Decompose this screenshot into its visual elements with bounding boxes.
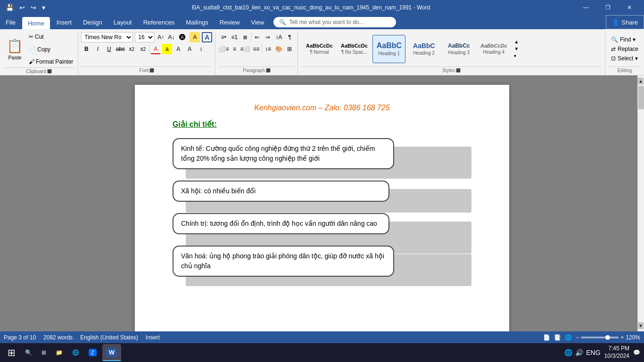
- save-icon[interactable]: 💾: [4, 4, 16, 11]
- language-icon[interactable]: ENG: [586, 349, 600, 356]
- zoom-slider[interactable]: [581, 337, 619, 338]
- styles-scroll-up[interactable]: ▲: [513, 38, 520, 45]
- format-painter-button[interactable]: 🖌 Format Painter: [27, 58, 75, 66]
- bullet-list-button[interactable]: ≡•: [218, 32, 229, 42]
- underline-button[interactable]: U: [104, 44, 114, 54]
- decrease-indent-button[interactable]: ⇐: [252, 32, 262, 42]
- border-button[interactable]: ⊞: [284, 44, 295, 54]
- shading-button[interactable]: 🎨: [273, 44, 284, 54]
- zoom-out-button[interactable]: −: [576, 334, 579, 341]
- cut-button[interactable]: ✂ Cut: [27, 33, 75, 41]
- strikethrough-button[interactable]: abc: [115, 44, 125, 54]
- scroll-up-arrow[interactable]: ▲: [638, 78, 644, 84]
- subscript-button[interactable]: x2: [126, 44, 137, 54]
- numbered-list-button[interactable]: ≡1: [229, 32, 239, 42]
- paste-button[interactable]: 📋 Paste: [3, 32, 27, 66]
- zoom-control[interactable]: − + 120%: [576, 334, 640, 341]
- menu-home[interactable]: Home: [22, 17, 50, 29]
- multilevel-list-button[interactable]: ≣: [240, 32, 250, 42]
- sort-button[interactable]: ↕A: [273, 32, 284, 42]
- menu-view[interactable]: View: [245, 15, 270, 29]
- share-button[interactable]: 👤Share: [606, 15, 644, 29]
- change-case-button[interactable]: ↕: [196, 44, 206, 54]
- style-heading4[interactable]: AaBbCcDc Heading 4: [477, 35, 510, 63]
- taskbar: ⊞ 🔍 ⊞ 📁 🌐 Z W 🌐 🔊 ENG 7:45 PM 10/3/2024 …: [0, 343, 644, 362]
- find-button[interactable]: 🔍 Find ▾: [608, 35, 641, 44]
- minimize-button[interactable]: —: [575, 0, 597, 15]
- align-justify-button[interactable]: ≡≡: [251, 44, 261, 54]
- font-expand-icon[interactable]: ⬛: [149, 68, 154, 73]
- redo-icon[interactable]: ↪: [29, 4, 38, 11]
- copy-button[interactable]: 📄 Copy: [27, 46, 75, 53]
- clipboard-expand-icon[interactable]: ⬛: [47, 69, 52, 74]
- scroll-thumb[interactable]: [638, 86, 644, 109]
- search-button[interactable]: 🔍: [21, 344, 36, 361]
- word-button[interactable]: W: [102, 344, 121, 361]
- clear-format-button[interactable]: 🅐: [177, 32, 188, 42]
- task-view-button[interactable]: ⊞: [38, 344, 50, 361]
- replace-button[interactable]: ⇄ Replace: [608, 45, 641, 53]
- bold-button[interactable]: B: [81, 44, 91, 54]
- align-left-button[interactable]: ⬜≡: [218, 44, 229, 54]
- superscript-button[interactable]: x2: [138, 44, 148, 54]
- file-explorer-button[interactable]: 📁: [52, 344, 66, 361]
- style-heading3[interactable]: AaBbCc Heading 3: [442, 35, 475, 63]
- find-dropdown-icon[interactable]: ▾: [633, 36, 636, 43]
- style-heading2[interactable]: AaBbC Heading 2: [407, 35, 440, 63]
- menu-review[interactable]: Review: [214, 15, 246, 29]
- menu-references[interactable]: References: [138, 15, 180, 29]
- paragraph-expand-icon[interactable]: ⬛: [266, 68, 271, 73]
- styles-expand-icon[interactable]: ⬛: [456, 68, 461, 73]
- text-highlight-color-button[interactable]: a: [162, 44, 172, 54]
- scroll-down-arrow[interactable]: ▼: [638, 322, 644, 329]
- maximize-button[interactable]: ❐: [597, 0, 619, 15]
- copy-icon: 📄: [29, 46, 36, 53]
- style-heading1[interactable]: AaBbC Heading 1: [372, 35, 405, 63]
- menu-layout[interactable]: Layout: [108, 15, 138, 29]
- zalo-button[interactable]: Z: [85, 344, 100, 361]
- document-page[interactable]: Kenhgiaovien.com – Zalo: 0386 168 725 Gi…: [135, 85, 509, 331]
- char-shading-button[interactable]: A: [173, 44, 183, 54]
- font-name-select[interactable]: Times New Ro: [81, 32, 133, 42]
- vertical-scrollbar[interactable]: ▲ ▼: [637, 75, 644, 331]
- notifications-icon[interactable]: 💬: [633, 349, 640, 356]
- view-mode-web[interactable]: 🌐: [565, 334, 572, 341]
- view-mode-print[interactable]: 📑: [554, 334, 561, 341]
- undo-icon[interactable]: ↩: [17, 4, 27, 11]
- text-effect-button[interactable]: A: [202, 32, 212, 42]
- view-mode-read[interactable]: 📄: [543, 334, 550, 341]
- font-size-select[interactable]: 16: [135, 32, 155, 42]
- zoom-in-button[interactable]: +: [620, 334, 624, 341]
- browser-button[interactable]: 🌐: [68, 344, 83, 361]
- line-spacing-button[interactable]: ↕≡: [263, 44, 273, 54]
- styles-scroll[interactable]: ▲ ▼ ▾: [512, 37, 520, 60]
- style-no-spacing[interactable]: AaBbCcDc ¶ No Spac...: [338, 35, 371, 63]
- menu-mailings[interactable]: Mailings: [180, 15, 214, 29]
- styles-more[interactable]: ▾: [513, 52, 520, 59]
- increase-indent-button[interactable]: ⇒: [263, 32, 273, 42]
- italic-button[interactable]: I: [92, 44, 103, 54]
- window-controls[interactable]: — ❐ ✕: [575, 0, 640, 15]
- font-size-increase[interactable]: A↑: [157, 34, 165, 41]
- font-color-button[interactable]: A: [150, 44, 161, 54]
- menu-file[interactable]: File: [0, 15, 21, 29]
- zoom-level: 120%: [626, 334, 640, 341]
- select-button[interactable]: ⊡ Select ▾: [608, 54, 641, 63]
- quick-access-toolbar[interactable]: 💾 ↩ ↪ ▾: [4, 4, 47, 11]
- system-tray[interactable]: 🌐 🔊 ENG: [564, 349, 600, 356]
- start-button[interactable]: ⊞: [4, 344, 19, 361]
- align-right-button[interactable]: ≡⬜: [240, 44, 250, 54]
- styles-scroll-down[interactable]: ▼: [513, 45, 520, 52]
- menu-design[interactable]: Design: [77, 15, 107, 29]
- close-button[interactable]: ✕: [619, 0, 640, 15]
- font-size-decrease[interactable]: A↓: [167, 34, 175, 41]
- menu-insert[interactable]: Insert: [51, 15, 78, 29]
- align-center-button[interactable]: ≡: [229, 44, 239, 54]
- char-border-button[interactable]: A: [184, 44, 195, 54]
- style-normal[interactable]: AaBbCcDc ¶ Normal: [303, 35, 336, 63]
- document-area[interactable]: Kenhgiaovien.com – Zalo: 0386 168 725 Gi…: [0, 75, 644, 331]
- tell-me-input[interactable]: 🔍Tell me what you want to do...: [273, 17, 396, 27]
- show-formatting-button[interactable]: ¶: [284, 32, 295, 42]
- customize-icon[interactable]: ▾: [40, 4, 47, 11]
- text-highlight-button[interactable]: A: [190, 32, 200, 42]
